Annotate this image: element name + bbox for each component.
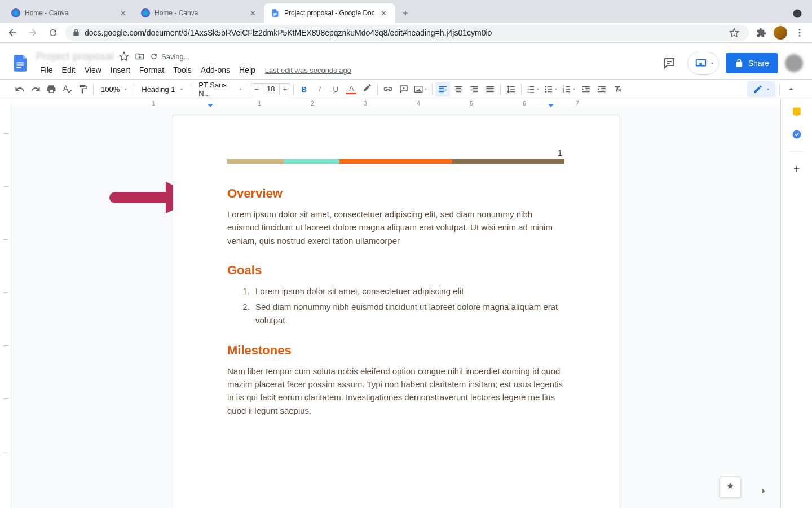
heading-overview[interactable]: Overview bbox=[227, 186, 564, 201]
bold-button[interactable]: B bbox=[297, 82, 311, 97]
heading-goals[interactable]: Goals bbox=[227, 263, 564, 278]
document-area[interactable]: 1 1 2 3 4 5 6 7 1 Overview Lorem ips bbox=[11, 99, 780, 508]
close-icon[interactable]: ✕ bbox=[379, 8, 389, 17]
indent-marker-right[interactable] bbox=[548, 104, 554, 107]
text-color-button[interactable]: A bbox=[344, 82, 359, 97]
list-item[interactable]: Sed diam nonummy nibh euismod tincidunt … bbox=[252, 300, 564, 327]
favicon-canva bbox=[141, 8, 150, 17]
svg-rect-1 bbox=[273, 14, 276, 15]
insert-link-button[interactable] bbox=[381, 82, 395, 97]
favicon-canva bbox=[11, 8, 20, 17]
paragraph-milestones[interactable]: Nam liber tempor cum soluta nobis eleife… bbox=[227, 365, 564, 417]
insert-comment-button[interactable] bbox=[396, 82, 411, 97]
move-icon[interactable] bbox=[134, 51, 145, 62]
reload-button[interactable] bbox=[45, 25, 61, 41]
increase-indent-button[interactable] bbox=[594, 82, 609, 97]
menu-tools[interactable]: Tools bbox=[169, 64, 196, 76]
tasks-icon[interactable] bbox=[791, 129, 802, 140]
checklist-button[interactable] bbox=[524, 82, 541, 97]
horizontal-ruler[interactable]: 1 1 2 3 4 5 6 7 bbox=[11, 99, 780, 108]
share-button[interactable]: Share bbox=[726, 53, 778, 73]
insert-image-button[interactable] bbox=[412, 82, 429, 97]
goals-list[interactable]: Lorem ipsum dolor sit amet, consectetuer… bbox=[227, 284, 564, 327]
font-select[interactable]: PT Sans N... bbox=[194, 82, 245, 96]
kebab-menu-icon[interactable] bbox=[792, 25, 807, 41]
print-button[interactable] bbox=[44, 82, 59, 97]
keep-icon[interactable] bbox=[791, 106, 802, 117]
decrease-font-button[interactable]: − bbox=[251, 83, 262, 95]
italic-button[interactable]: I bbox=[312, 82, 327, 97]
browser-tab[interactable]: Home - Canva ✕ bbox=[5, 3, 134, 23]
bulleted-list-button[interactable] bbox=[542, 82, 559, 97]
docs-logo[interactable] bbox=[9, 52, 32, 75]
paint-format-button[interactable] bbox=[76, 82, 90, 97]
profile-avatar[interactable] bbox=[774, 26, 787, 40]
explore-button[interactable] bbox=[720, 476, 741, 498]
comments-icon[interactable] bbox=[658, 52, 681, 75]
numbered-list-button[interactable]: 123 bbox=[561, 82, 577, 97]
svg-point-4 bbox=[799, 29, 801, 30]
svg-rect-2 bbox=[273, 15, 275, 16]
last-edit-link[interactable]: Last edit was seconds ago bbox=[265, 66, 351, 75]
hide-menus-button[interactable] bbox=[784, 82, 798, 97]
star-icon[interactable] bbox=[726, 25, 742, 41]
svg-point-13 bbox=[545, 89, 547, 90]
close-icon[interactable]: ✕ bbox=[118, 8, 127, 17]
svg-rect-18 bbox=[109, 192, 171, 203]
browser-tab-active[interactable]: Project proposal - Google Doc ✕ bbox=[264, 3, 395, 23]
redo-button[interactable] bbox=[28, 82, 43, 97]
list-item[interactable]: Lorem ipsum dolor sit amet, consectetuer… bbox=[252, 284, 564, 298]
account-avatar[interactable] bbox=[785, 54, 803, 72]
menu-view[interactable]: View bbox=[81, 64, 105, 76]
menu-insert[interactable]: Insert bbox=[107, 64, 134, 76]
line-spacing-button[interactable] bbox=[504, 82, 518, 97]
address-bar[interactable]: docs.google.com/document/d/1AxsSk5bRVeiC… bbox=[65, 25, 749, 41]
extensions-icon[interactable] bbox=[753, 25, 769, 41]
close-icon[interactable]: ✕ bbox=[248, 8, 257, 17]
increase-font-button[interactable]: + bbox=[279, 83, 290, 95]
menubar: File Edit View Insert Format Tools Add-o… bbox=[36, 63, 654, 77]
back-button[interactable] bbox=[5, 25, 20, 41]
paragraph-style-select[interactable]: Heading 1 bbox=[137, 82, 188, 96]
clear-formatting-button[interactable] bbox=[610, 82, 625, 97]
editing-mode-button[interactable] bbox=[747, 81, 775, 97]
decrease-indent-button[interactable] bbox=[579, 82, 593, 97]
star-icon[interactable] bbox=[118, 51, 130, 62]
align-right-button[interactable] bbox=[467, 82, 482, 97]
page-number: 1 bbox=[558, 148, 562, 157]
url-text: docs.google.com/document/d/1AxsSk5bRVeiC… bbox=[85, 28, 722, 37]
tab-title: Home - Canva bbox=[25, 9, 114, 17]
collapse-sidepanel-button[interactable] bbox=[757, 484, 770, 498]
browser-tab[interactable]: Home - Canva ✕ bbox=[134, 3, 264, 23]
menu-addons[interactable]: Add-ons bbox=[197, 64, 234, 76]
vertical-ruler bbox=[0, 99, 11, 508]
new-tab-button[interactable] bbox=[398, 5, 413, 21]
document-title[interactable]: Project proposal bbox=[36, 51, 114, 63]
paragraph-overview[interactable]: Lorem ipsum dolor sit amet, consectetuer… bbox=[227, 208, 564, 247]
profile-indicator-icon[interactable] bbox=[792, 8, 803, 19]
add-addon-button[interactable]: + bbox=[791, 163, 802, 174]
indent-marker-left[interactable] bbox=[208, 104, 213, 107]
align-center-button[interactable] bbox=[451, 82, 466, 97]
zoom-select[interactable]: 100% bbox=[96, 82, 131, 96]
align-justify-button[interactable] bbox=[483, 82, 497, 97]
share-label: Share bbox=[748, 59, 769, 68]
svg-point-12 bbox=[545, 86, 547, 87]
present-button[interactable] bbox=[687, 52, 719, 75]
highlight-button[interactable] bbox=[360, 82, 374, 97]
document-page[interactable]: 1 Overview Lorem ipsum dolor sit amet, c… bbox=[173, 115, 619, 508]
menu-file[interactable]: File bbox=[36, 64, 57, 76]
menu-help[interactable]: Help bbox=[235, 64, 259, 76]
heading-milestones[interactable]: Milestones bbox=[227, 343, 564, 358]
spellcheck-button[interactable] bbox=[60, 82, 74, 97]
forward-button[interactable] bbox=[25, 25, 41, 41]
undo-button[interactable] bbox=[12, 82, 27, 97]
font-size-stepper[interactable]: − 18 + bbox=[251, 83, 290, 95]
svg-rect-21 bbox=[795, 115, 798, 116]
align-left-button[interactable] bbox=[435, 82, 450, 97]
menu-edit[interactable]: Edit bbox=[58, 64, 80, 76]
underline-button[interactable]: U bbox=[328, 82, 343, 97]
font-size-value[interactable]: 18 bbox=[262, 83, 279, 95]
menu-format[interactable]: Format bbox=[135, 64, 168, 76]
svg-point-6 bbox=[799, 34, 801, 36]
